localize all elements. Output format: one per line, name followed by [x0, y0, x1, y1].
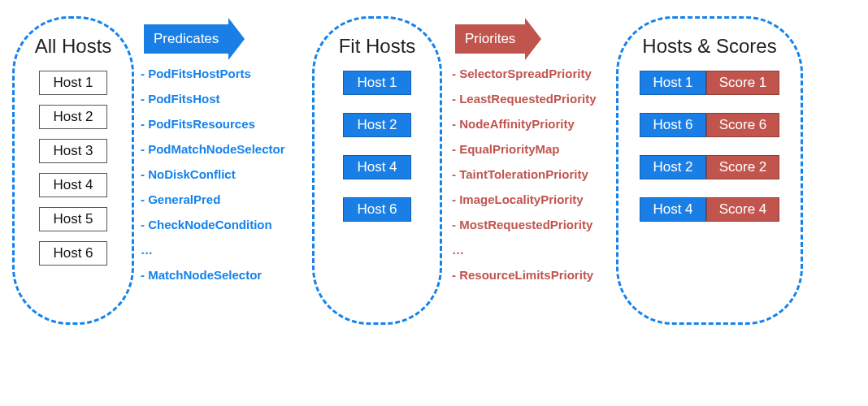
- stage-hosts-scores: Hosts & Scores Host 1Score 1Host 6Score …: [616, 16, 803, 325]
- predicates-arrow: Predicates: [144, 24, 228, 54]
- priorities-item: - LeastRequestedPriority: [452, 92, 597, 106]
- priorities-item: - ImageLocalityPriority: [452, 192, 597, 206]
- score-row: Host 6Score 6: [640, 113, 779, 137]
- score-row: Host 2Score 2: [640, 155, 779, 179]
- stage-score-title: Hosts & Scores: [642, 35, 776, 58]
- stage-fit-hosts: Fit Hosts Host 1Host 2Host 4Host 6: [312, 16, 442, 325]
- all-host-box: Host 2: [39, 105, 107, 129]
- priorities-item: - EqualPriorityMap: [452, 142, 597, 156]
- score-row-score: Score 4: [706, 197, 779, 222]
- score-rows: Host 1Score 1Host 6Score 6Host 2Score 2H…: [640, 71, 779, 240]
- predicates-list: - PodFitsHostPorts- PodFitsHost- PodFits…: [141, 67, 285, 282]
- score-row: Host 1Score 1: [640, 71, 779, 95]
- predicates-item: - PodMatchNodeSelector: [141, 142, 285, 156]
- priorities-list: - SelectorSpreadPriority- LeastRequested…: [452, 67, 597, 282]
- predicates-item: …: [141, 243, 285, 257]
- priorities-item: - NodeAffinityPriority: [452, 117, 597, 131]
- fit-host-box: Host 2: [343, 113, 411, 137]
- score-row-host: Host 2: [640, 155, 706, 179]
- fit-host-box: Host 6: [343, 197, 411, 222]
- stage-all-hosts: All Hosts Host 1Host 2Host 3Host 4Host 5…: [12, 16, 134, 325]
- fit-hosts-list: Host 1Host 2Host 4Host 6: [343, 71, 411, 240]
- all-host-box: Host 4: [39, 173, 107, 197]
- score-row-host: Host 1: [640, 71, 706, 95]
- predicates-item: - MatchNodeSelector: [141, 268, 285, 282]
- score-row-score: Score 1: [706, 71, 779, 95]
- priorities-item: - MostRequestedPriority: [452, 218, 597, 231]
- score-row-host: Host 4: [640, 197, 706, 222]
- predicates-item: - CheckNodeCondition: [141, 218, 285, 231]
- all-hosts-list: Host 1Host 2Host 3Host 4Host 5Host 6: [39, 71, 107, 275]
- fit-host-box: Host 1: [343, 71, 411, 95]
- predicates-column: Predicates - PodFitsHostPorts- PodFitsHo…: [134, 16, 309, 282]
- score-row-host: Host 6: [640, 113, 706, 137]
- score-row-score: Score 2: [706, 155, 779, 179]
- stage-fit-title: Fit Hosts: [339, 35, 416, 58]
- priorities-arrow: Priorites: [455, 24, 525, 54]
- all-host-box: Host 1: [39, 71, 107, 95]
- predicates-item: - NoDiskConflict: [141, 167, 285, 181]
- priorities-item: …: [452, 243, 597, 257]
- stage-all-title: All Hosts: [35, 35, 112, 58]
- all-host-box: Host 5: [39, 207, 107, 231]
- all-host-box: Host 6: [39, 241, 107, 266]
- priorities-column: Priorites - SelectorSpreadPriority- Leas…: [445, 16, 616, 282]
- predicates-item: - GeneralPred: [141, 192, 285, 206]
- priorities-arrow-label: Priorites: [465, 31, 515, 47]
- predicates-item: - PodFitsResources: [141, 117, 285, 131]
- priorities-item: - SelectorSpreadPriority: [452, 67, 597, 80]
- score-row: Host 4Score 4: [640, 197, 779, 222]
- priorities-item: - ResourceLimitsPriority: [452, 268, 597, 282]
- priorities-item: - TaintTolerationPriority: [452, 167, 597, 181]
- predicates-item: - PodFitsHostPorts: [141, 67, 285, 80]
- all-host-box: Host 3: [39, 139, 107, 163]
- score-row-score: Score 6: [706, 113, 779, 137]
- predicates-item: - PodFitsHost: [141, 92, 285, 106]
- fit-host-box: Host 4: [343, 155, 411, 179]
- predicates-arrow-label: Predicates: [154, 31, 219, 47]
